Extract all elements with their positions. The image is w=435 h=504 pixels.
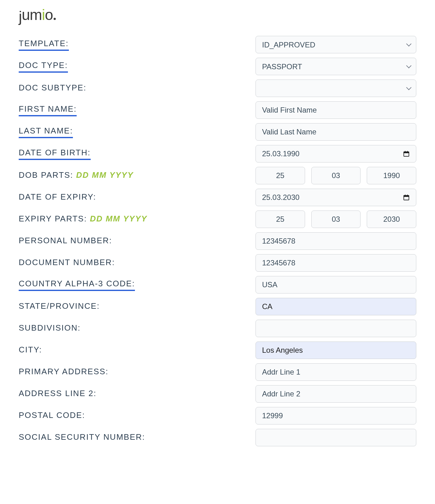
last-name-input[interactable]	[256, 123, 416, 141]
dob-date-field[interactable]: 25.03.1990	[256, 145, 416, 162]
form-grid: Template: ID_APPROVED Doc type: PASSPORT…	[19, 36, 416, 446]
expiry-parts-hint: DD MM YYYY	[90, 214, 147, 223]
personal-number-input[interactable]	[256, 232, 416, 250]
exp-yyyy-input[interactable]	[367, 211, 416, 228]
subdivision-input[interactable]	[256, 320, 416, 337]
city-label: City:	[19, 345, 42, 356]
primary-address-input[interactable]	[256, 363, 416, 381]
personal-number-label: Personal Number:	[19, 236, 112, 247]
svg-rect-6	[405, 195, 405, 196]
address-line2-input[interactable]	[256, 385, 416, 403]
postal-code-input[interactable]	[256, 407, 416, 424]
ssn-input[interactable]	[256, 429, 416, 446]
first-name-input[interactable]	[256, 101, 416, 119]
expiry-parts-label: Expiry Parts: DD MM YYYY	[19, 214, 147, 225]
dob-label: Date of Birth:	[19, 148, 91, 160]
doc-type-label: Doc type:	[19, 61, 68, 73]
document-number-label: Document Number:	[19, 258, 115, 269]
dob-parts-label: DOB Parts: DD MM YYYY	[19, 170, 134, 181]
country-code-input[interactable]	[256, 276, 416, 293]
dob-mm-input[interactable]	[311, 167, 361, 184]
doc-subtype-label: Doc subtype:	[19, 83, 87, 94]
calendar-icon	[403, 194, 410, 201]
dob-yyyy-input[interactable]	[367, 167, 416, 184]
exp-dd-input[interactable]	[256, 211, 305, 228]
doc-type-select[interactable]: PASSPORT	[256, 58, 416, 75]
expiry-date-field[interactable]: 25.03.2030	[256, 189, 416, 206]
ssn-label: Social Security Number:	[19, 432, 145, 443]
svg-rect-7	[407, 195, 408, 196]
svg-rect-5	[404, 196, 409, 197]
calendar-icon	[403, 150, 410, 157]
exp-mm-input[interactable]	[311, 211, 361, 228]
subdivision-label: Subdivision:	[19, 323, 81, 334]
logo-text: jumio	[19, 6, 56, 23]
svg-rect-2	[405, 151, 405, 153]
last-name-label: Last name:	[19, 126, 73, 138]
primary-address-label: Primary Address:	[19, 367, 108, 378]
country-code-label: Country Alpha-3 Code:	[19, 279, 135, 291]
expiry-label: Date of Expiry:	[19, 192, 96, 203]
expiry-value: 25.03.2030	[262, 193, 299, 202]
postal-code-label: Postal code:	[19, 410, 85, 421]
document-number-input[interactable]	[256, 254, 416, 272]
address-line2-label: Address Line 2:	[19, 389, 97, 400]
svg-rect-3	[407, 151, 408, 153]
dob-value: 25.03.1990	[262, 149, 299, 158]
state-label: State/Province:	[19, 301, 100, 312]
brand-logo: jumio	[19, 6, 416, 23]
template-select[interactable]: ID_APPROVED	[256, 36, 416, 53]
svg-rect-1	[404, 152, 409, 153]
dob-dd-input[interactable]	[256, 167, 305, 184]
doc-subtype-select[interactable]	[256, 80, 416, 97]
first-name-label: First name:	[19, 104, 77, 116]
dob-parts-hint: DD MM YYYY	[76, 170, 133, 180]
template-label: Template:	[19, 39, 69, 51]
city-input[interactable]	[256, 342, 416, 359]
state-input[interactable]	[256, 298, 416, 315]
